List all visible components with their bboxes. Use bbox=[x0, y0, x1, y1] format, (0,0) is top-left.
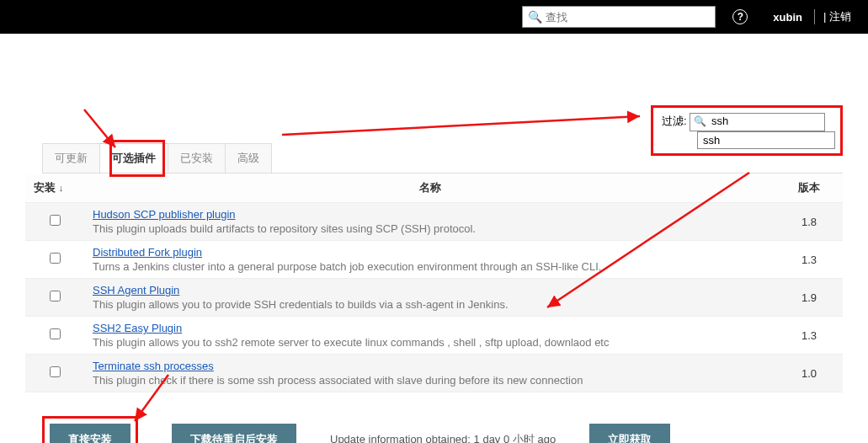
filter-input-wrap[interactable]: 🔍 bbox=[690, 113, 825, 131]
plugin-link[interactable]: SSH2 Easy Plugin bbox=[93, 322, 182, 334]
filter-label: 过滤: bbox=[662, 114, 687, 129]
col-install[interactable]: 安装 ↓ bbox=[25, 173, 84, 203]
plugin-desc: This plugin check if there is some ssh p… bbox=[93, 374, 767, 387]
plugin-version: 1.9 bbox=[775, 279, 843, 317]
tab-updatable[interactable]: 可更新 bbox=[42, 143, 100, 173]
tab-advanced[interactable]: 高级 bbox=[225, 143, 272, 173]
install-checkbox[interactable] bbox=[50, 328, 61, 339]
filter-input[interactable] bbox=[711, 115, 821, 127]
plugin-desc: Turns a Jenkins cluster into a general p… bbox=[93, 260, 767, 273]
check-now-button[interactable]: 立即获取 bbox=[589, 424, 670, 443]
search-input[interactable] bbox=[546, 11, 710, 24]
plugin-link[interactable]: Distributed Fork plugin bbox=[93, 246, 202, 259]
tab-available[interactable]: 可选插件 bbox=[99, 143, 168, 173]
plugin-desc: This plugin allows you to ssh2 remote se… bbox=[93, 336, 767, 349]
update-info: Update information obtained: 1 day 0 小时 … bbox=[330, 432, 556, 443]
topbar: 🔍 ? xubin | 注销 bbox=[0, 0, 868, 34]
install-now-button[interactable]: 直接安装 bbox=[50, 424, 130, 443]
logout-link[interactable]: | 注销 bbox=[814, 9, 851, 24]
col-version[interactable]: 版本 bbox=[775, 173, 843, 203]
table-row: Distributed Fork pluginTurns a Jenkins c… bbox=[25, 241, 843, 279]
plugin-table: 安装 ↓ 名称 版本 Hudson SCP publisher pluginTh… bbox=[25, 173, 843, 392]
tab-installed[interactable]: 已安装 bbox=[168, 143, 226, 173]
svg-line-1 bbox=[282, 116, 640, 135]
global-search[interactable]: 🔍 bbox=[522, 6, 716, 28]
col-name[interactable]: 名称 bbox=[84, 173, 775, 203]
button-row: 直接安装 下载待重启后安装 Update information obtaine… bbox=[42, 416, 843, 443]
table-row: SSH2 Easy PluginThis plugin allows you t… bbox=[25, 317, 843, 355]
plugin-version: 1.8 bbox=[775, 203, 843, 241]
install-checkbox[interactable] bbox=[50, 253, 61, 264]
install-checkbox[interactable] bbox=[50, 215, 61, 226]
install-checkbox[interactable] bbox=[50, 366, 61, 377]
plugin-desc: This plugin allows you to provide SSH cr… bbox=[93, 298, 767, 311]
search-icon: 🔍 bbox=[528, 10, 542, 24]
plugin-version: 1.3 bbox=[775, 241, 843, 279]
filter-suggestion[interactable]: ssh bbox=[697, 131, 835, 149]
content: 过滤: 🔍 ssh 可更新 可选插件 已安装 高级 安装 ↓ 名称 版本 Hud… bbox=[0, 34, 868, 443]
help-icon[interactable]: ? bbox=[732, 9, 748, 24]
table-row: Hudson SCP publisher pluginThis plugin u… bbox=[25, 203, 843, 241]
filter-area: 过滤: 🔍 ssh bbox=[651, 105, 843, 156]
plugin-desc: This plugin uploads build artifacts to r… bbox=[93, 222, 767, 235]
plugin-link[interactable]: SSH Agent Plugin bbox=[93, 284, 179, 296]
table-row: Terminate ssh processesThis plugin check… bbox=[25, 355, 843, 392]
plugin-version: 1.0 bbox=[775, 355, 843, 392]
plugin-link[interactable]: Hudson SCP publisher plugin bbox=[93, 208, 236, 221]
table-row: SSH Agent PluginThis plugin allows you t… bbox=[25, 279, 843, 317]
svg-line-0 bbox=[84, 109, 115, 147]
plugin-link[interactable]: Terminate ssh processes bbox=[93, 360, 214, 372]
plugin-version: 1.3 bbox=[775, 317, 843, 355]
user-link[interactable]: xubin bbox=[773, 11, 802, 24]
download-restart-button[interactable]: 下载待重启后安装 bbox=[172, 424, 296, 443]
install-checkbox[interactable] bbox=[50, 291, 61, 302]
filter-search-icon: 🔍 bbox=[694, 115, 706, 127]
sort-down-icon: ↓ bbox=[59, 183, 64, 193]
